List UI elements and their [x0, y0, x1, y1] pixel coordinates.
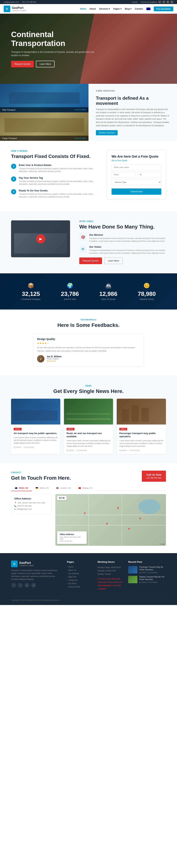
free-quotation-button[interactable]: Free Quotation [154, 6, 173, 11]
news-comments-1: 0 Comments [24, 446, 34, 448]
cargo-discover-link[interactable]: Discover More [74, 137, 86, 140]
from-to-group [111, 172, 161, 177]
footer-page-services[interactable]: Our Services [67, 572, 92, 575]
step-1: 1 Enter Your & Product Details Transport… [11, 164, 98, 173]
tab-berlin[interactable]: 🇩🇪 Berlin, US [32, 486, 52, 491]
video-thumbnail[interactable]: ▶ [11, 220, 70, 257]
video-section: ▶ Intro Video We Have Done So Many Thing… [0, 211, 177, 273]
news-body-2: NEWS Road, air and sea transport are ava… [64, 425, 113, 454]
logo[interactable]: G GeoPort Transport & Logistic [4, 5, 27, 12]
feedback-title: Design Quality [37, 338, 140, 341]
footer-page-blog[interactable]: Blog Post [67, 576, 92, 578]
location-icon: 📍 [14, 502, 16, 504]
language-flag[interactable] [146, 7, 150, 10]
step-1-title: Enter Your & Product Details [19, 164, 98, 166]
london-flag: 🇬🇧 [56, 487, 59, 489]
to-input[interactable] [137, 172, 161, 177]
news-comments-2: 0 Comments [76, 450, 87, 452]
footer-page-home[interactable]: Home [67, 566, 92, 568]
nav-blog[interactable]: Blog ▾ [125, 7, 132, 10]
linkedin-icon[interactable]: in [167, 1, 169, 3]
feedback-stars: ★★★★☆ [37, 342, 140, 345]
news-image-3 [117, 399, 166, 425]
name-input[interactable] [111, 164, 161, 170]
footer-page-about[interactable]: About Us [67, 569, 92, 571]
facebook-icon[interactable]: f [158, 1, 161, 3]
recent-post-2[interactable]: Railway Transport May Be The Public Oper… [128, 576, 166, 583]
footer-page-discover[interactable]: Discover More [67, 586, 92, 588]
tab-beijing[interactable]: 🇨🇳 Beijing, CH [75, 486, 96, 491]
info-card-phone: 000-275-381-961 [60, 540, 84, 542]
step-3-text: Transport including as those businesses … [19, 193, 98, 198]
footer-youtube-icon[interactable]: yt [31, 583, 36, 588]
all-services-button[interactable]: All More Services [96, 130, 118, 135]
nav-services[interactable]: Services ▾ [99, 7, 110, 10]
nav-about[interactable]: About [90, 7, 96, 10]
step-3-content: Ready To Go Your Goods. Transport includ… [19, 189, 98, 198]
transport-description: Transport or transportation is the movem… [96, 108, 170, 127]
news-title-1[interactable]: Air transport may be public operators. [14, 432, 58, 435]
play-button[interactable]: ▶ [36, 234, 45, 243]
youtube-icon[interactable]: yt [171, 1, 173, 3]
call-us-button[interactable]: Call Us Now +01 356 895 001 [142, 471, 166, 482]
news-title-2[interactable]: Road, air and sea transport are availabl… [67, 432, 111, 438]
nav-contact[interactable]: Contact [135, 7, 143, 10]
hours-note: The above listed Gift goods, Passenger S… [98, 577, 122, 591]
news-heading: Get Every Single News Here. [11, 388, 166, 394]
tab-riikhi[interactable]: 🇳🇿 Riikhi, NZ [11, 486, 32, 491]
from-input[interactable] [111, 172, 136, 177]
phone[interactable]: +011 375 985 001 [22, 1, 36, 3]
recent-thumb-1 [128, 566, 137, 574]
footer-page-team[interactable]: Our Team [67, 583, 92, 585]
footer-facebook-icon[interactable]: f [11, 583, 16, 588]
stat-packages: 📦 32,125 Completed Packages [21, 283, 41, 300]
logo-name: GeoPort [12, 6, 27, 9]
contact-header-text: Contact Get In Touch From Here. [11, 471, 71, 481]
location-tabs: 🇳🇿 Riikhi, NZ 🇩🇪 Berlin, US 🇬🇧 London, U… [11, 486, 166, 491]
footer-recent-col: Recent Post Passenger Transport May Be P… [128, 560, 166, 591]
video-learn-more-button[interactable]: Learn More [104, 257, 123, 264]
video-right: Intro Video We Have Done So Many Thing. … [79, 220, 166, 264]
news-title-3[interactable]: Passenger transport may public operators… [119, 432, 163, 438]
address-line-1: 📍 24/A, Streen View New York 1200 [14, 502, 48, 504]
clients-number: 78,980 [138, 290, 156, 297]
news-meta-3: By Admin 0 Comments [119, 450, 163, 452]
reviewer-role: Travel | States [47, 358, 62, 360]
footer-page-contact[interactable]: Contact Us [67, 579, 92, 581]
map-info-card: Office Address 24/A, Streen View New Yor… [57, 531, 87, 544]
request-quotes-button[interactable]: Request Quotes [11, 61, 34, 67]
testimonials-heading: Here Is Some Feedbacks. [11, 322, 166, 328]
tab-london[interactable]: 🇬🇧 London, UK [52, 486, 74, 491]
news-author-3: By Admin [119, 450, 127, 452]
recent-post-1[interactable]: Passenger Transport May Be Public Operat… [128, 566, 166, 574]
mission-text: Transport or transportation is the movem… [89, 237, 166, 243]
step-3-title: Ready To Go Your Goods. [19, 189, 98, 192]
video-request-quotes-button[interactable]: Request Quotes [79, 257, 102, 264]
transport-images: Ship Transport Discover More Cargo Trans… [0, 84, 88, 141]
nav-pages[interactable]: Pages ▾ [113, 7, 121, 10]
terms-link[interactable]: Terms & Conditions [141, 1, 157, 3]
footer-instagram-icon[interactable]: in [24, 583, 30, 588]
reviewer-name: Jan D. William [47, 355, 62, 358]
news-grid: NEWS Air transport may be public operato… [11, 399, 166, 454]
twitter-icon[interactable]: t [163, 1, 165, 3]
stat-clients: 😊 78,980 Satisfied Clients [138, 283, 156, 300]
news-tag-3: NEWS [119, 428, 127, 430]
testimonials-section: Testimonials Here Is Some Feedbacks. Des… [0, 310, 177, 376]
email[interactable]: info@geoport.com [4, 1, 19, 3]
nav-home[interactable]: Home [80, 7, 86, 10]
learn-more-button[interactable]: Learn More [36, 61, 55, 67]
footer-twitter-icon[interactable]: t [18, 583, 23, 588]
quote-form-container: We Are here Get a Free Quote Get a Free … [107, 150, 166, 202]
news-tag-2: NEWS [67, 428, 74, 430]
service-type-select[interactable]: Service Type Ship Transport Cargo Transp… [111, 179, 161, 185]
annual-number: 23,786 [61, 290, 79, 297]
ship-discover-link[interactable]: Discover More [74, 109, 86, 111]
how-it-works-section: How It Works Transport Fixed Consists Of… [0, 141, 177, 211]
career-link[interactable]: Career [132, 1, 138, 3]
feedback-text: Air taxi will way the vehicles are opera… [37, 346, 140, 352]
recent-post-2-content: Railway Transport May Be The Public Oper… [139, 576, 166, 583]
submit-quote-button[interactable]: Submit Now [111, 188, 161, 195]
packages-label: Completed Packages [21, 298, 41, 300]
news-section: News Get Every Single News Here. NEWS Ai… [0, 376, 177, 463]
